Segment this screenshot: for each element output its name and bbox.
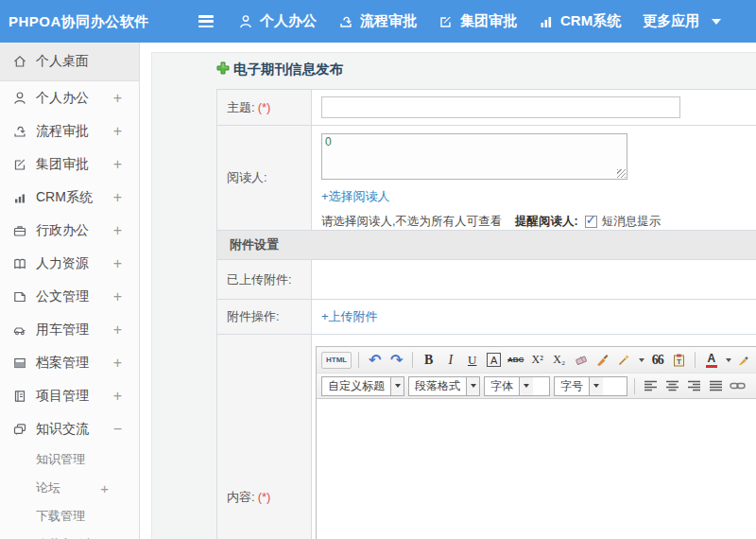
sidebar-item-admin-office[interactable]: 行政办公 + — [0, 214, 139, 247]
edit-square-icon — [438, 14, 454, 29]
caret-down-icon[interactable] — [519, 377, 533, 395]
sidebar-item-label: 集团审批 — [36, 156, 89, 173]
sidebar-subitem-forum[interactable]: 论坛 + — [0, 474, 139, 502]
toolbar-separator — [634, 378, 635, 394]
sidebar-subitem-download-mgmt[interactable]: 下载管理 — [0, 502, 139, 530]
chevron-down-icon[interactable] — [712, 19, 721, 25]
nav-item-label: 个人办公 — [260, 12, 317, 30]
highlighter-icon[interactable] — [735, 350, 753, 370]
caret-down-icon[interactable] — [390, 377, 404, 395]
align-right-icon[interactable] — [685, 376, 703, 396]
sidebar-subitem-label: 论坛 — [36, 479, 60, 496]
nav-item-label: 更多应用 — [643, 12, 699, 30]
open-book-icon — [11, 256, 27, 271]
nav-workflow-approval[interactable]: 流程审批 — [336, 12, 419, 30]
resize-grip[interactable] — [617, 169, 626, 178]
magic-wand-icon[interactable] — [615, 350, 633, 370]
sidebar-item-personal-desktop[interactable]: 个人桌面 — [0, 43, 139, 81]
readers-textarea-wrap: 0 — [321, 133, 627, 183]
align-center-icon[interactable] — [663, 376, 681, 396]
caret-down-icon[interactable] — [589, 377, 603, 395]
sms-checkbox[interactable]: ✓ — [585, 216, 597, 228]
italic-button[interactable]: I — [441, 350, 459, 370]
sidebar-subitem-knowledge-mgmt[interactable]: 知识管理 — [0, 445, 139, 474]
collapse-minus-icon[interactable]: − — [113, 421, 122, 438]
subject-row: 主题:(*) — [217, 90, 756, 126]
readers-label-cell: 阅读人: — [217, 126, 312, 231]
caret-down-icon[interactable] — [466, 377, 479, 395]
content-panel: 电子期刊信息发布 主题:(*) 阅读人: 0 — [151, 52, 756, 539]
readers-row: 阅读人: 0 +选择阅读人 请选择阅读人,不选为所有人可查看 提醒阅读人: ✓ … — [217, 126, 756, 231]
paragraph-format-select[interactable]: 段落格式 — [408, 376, 480, 396]
sidebar-subitem-label: 下载管理 — [36, 508, 85, 525]
expand-plus-icon[interactable]: + — [113, 388, 122, 405]
anchor-icon[interactable] — [750, 376, 756, 396]
expand-plus-icon[interactable]: + — [113, 222, 122, 239]
nav-more-apps[interactable]: 更多应用 — [641, 12, 723, 30]
sidebar-item-archive-mgmt[interactable]: 档案管理 + — [0, 346, 139, 379]
font-style-box-button[interactable]: A — [487, 353, 501, 367]
blockquote-button[interactable]: 66 — [648, 350, 666, 370]
format-brush-icon[interactable] — [593, 350, 611, 370]
flow-share-icon — [11, 124, 27, 139]
caret-down-icon[interactable] — [726, 358, 731, 362]
underline-button[interactable]: U — [463, 350, 481, 370]
expand-plus-icon[interactable]: + — [113, 255, 122, 272]
font-family-select[interactable]: 字体 — [484, 376, 550, 396]
sidebar-item-human-resources[interactable]: 人力资源 + — [0, 247, 139, 280]
readers-label: 阅读人: — [227, 170, 267, 184]
editor-content-area[interactable] — [317, 398, 756, 539]
font-color-button[interactable]: A — [702, 350, 720, 370]
expand-plus-icon[interactable]: + — [113, 288, 122, 305]
link-icon[interactable] — [729, 376, 747, 396]
eraser-icon[interactable] — [572, 350, 590, 370]
custom-heading-select[interactable]: 自定义标题 — [321, 376, 404, 396]
sidebar-item-project-mgmt[interactable]: 项目管理 + — [0, 379, 139, 412]
paste-text-icon[interactable]: T — [670, 350, 688, 370]
subscript-button[interactable]: X₂ — [550, 350, 568, 370]
font-size-select[interactable]: 字号 — [554, 376, 627, 396]
sidebar-item-personal-office[interactable]: 个人办公 + — [0, 81, 139, 114]
sidebar-item-label: CRM系统 — [36, 189, 93, 206]
add-plus-icon — [216, 61, 230, 78]
upload-attachment-link[interactable]: +上传附件 — [321, 309, 378, 323]
sidebar-item-group-approval[interactable]: 集团审批 + — [0, 148, 139, 181]
nav-crm-system[interactable]: CRM系统 — [537, 12, 623, 30]
caret-down-icon[interactable] — [639, 358, 644, 362]
sidebar-item-vehicle-mgmt[interactable]: 用车管理 + — [0, 313, 139, 346]
sidebar-item-knowledge-exchange[interactable]: 知识交流 − — [0, 412, 139, 445]
redo-icon[interactable]: ↷ — [387, 350, 405, 370]
attachment-ops-label: 附件操作: — [227, 309, 280, 323]
superscript-button[interactable]: X² — [528, 350, 546, 370]
sidebar-item-label: 档案管理 — [36, 355, 89, 372]
expand-plus-icon[interactable]: + — [113, 156, 122, 173]
select-value: 段落格式 — [409, 378, 466, 394]
sidebar-subitem-public-file-cabinet[interactable]: 公共文件柜 — [0, 530, 139, 539]
nav-group-approval[interactable]: 集团审批 — [437, 12, 519, 30]
sidebar-item-document-mgmt[interactable]: 公文管理 + — [0, 280, 139, 313]
hamburger-menu-icon[interactable] — [198, 15, 214, 27]
align-left-icon[interactable] — [642, 376, 660, 396]
strikethrough-button[interactable]: ABC — [507, 350, 524, 370]
subject-input[interactable] — [321, 96, 680, 118]
sidebar-item-workflow-approval[interactable]: 流程审批 + — [0, 114, 139, 148]
sidebar-item-crm-system[interactable]: CRM系统 + — [0, 181, 139, 214]
content-label-cell: 内容:(*) — [217, 335, 312, 539]
svg-text:T: T — [677, 357, 681, 366]
app-logo: PHPOA协同办公软件 — [9, 0, 149, 43]
expand-plus-icon[interactable]: + — [113, 355, 122, 372]
toolbar-separator — [358, 352, 359, 368]
align-justify-icon[interactable] — [707, 376, 725, 396]
expand-plus-icon[interactable]: + — [113, 90, 122, 107]
bold-button[interactable]: B — [420, 350, 438, 370]
expand-plus-icon[interactable]: + — [113, 123, 122, 140]
html-source-button[interactable]: HTML — [321, 352, 352, 369]
expand-plus-icon[interactable]: + — [113, 189, 122, 206]
expand-plus-icon[interactable]: + — [113, 322, 122, 339]
nav-personal-office[interactable]: 个人办公 — [236, 12, 318, 30]
expand-plus-icon[interactable]: + — [100, 480, 109, 496]
archive-box-icon — [11, 356, 27, 371]
readers-textarea[interactable]: 0 — [321, 133, 627, 180]
undo-icon[interactable]: ↶ — [366, 350, 384, 370]
select-readers-link[interactable]: +选择阅读人 — [321, 188, 390, 205]
